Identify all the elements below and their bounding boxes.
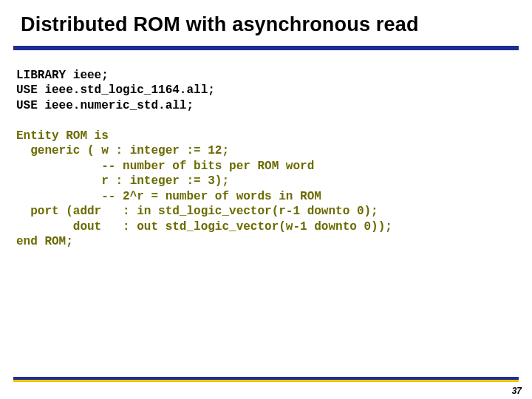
code-line-use1: USE ieee.std_logic_1164.all; [16, 83, 215, 97]
code-line-generic-r: r : integer := 3); [16, 174, 229, 188]
code-line-port-dout: dout : out std_logic_vector(w-1 downto 0… [16, 220, 392, 233]
code-line-entity: Entity ROM is [16, 129, 109, 143]
code-line-use2: USE ieee.numeric_std.all; [16, 99, 194, 112]
title-underline [13, 46, 519, 50]
code-line-end: end ROM; [16, 235, 73, 248]
code-line-generic-w: generic ( w : integer := 12; [16, 144, 229, 157]
code-line-comment1: -- number of bits per ROM word [16, 160, 314, 173]
slide-title: Distributed ROM with asynchronous read [21, 13, 517, 36]
slide: Distributed ROM with asynchronous read L… [0, 0, 532, 399]
page-number: 37 [512, 386, 522, 396]
footer-rule-yellow [13, 380, 519, 382]
code-block: LIBRARY ieee; USE ieee.std_logic_1164.al… [16, 68, 516, 250]
code-line-comment2: -- 2^r = number of words in ROM [16, 190, 321, 203]
code-line-port-addr: port (addr : in std_logic_vector(r-1 dow… [16, 205, 378, 218]
code-line-library: LIBRARY ieee; [16, 69, 109, 82]
